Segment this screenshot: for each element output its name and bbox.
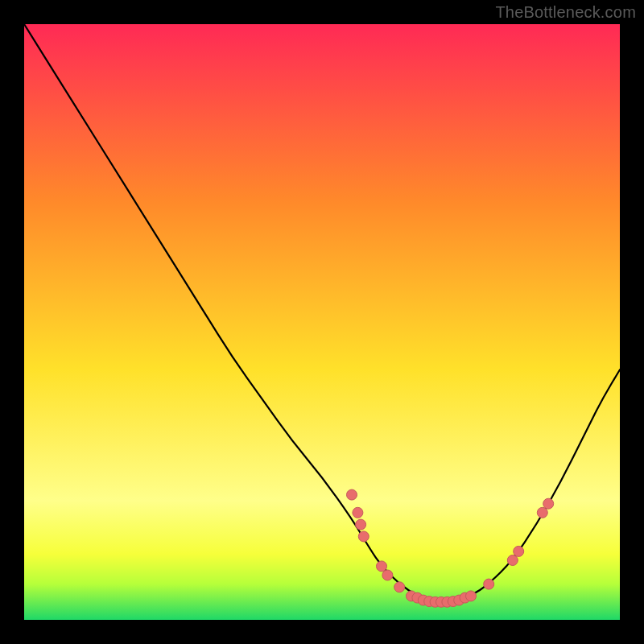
watermark-text: TheBottleneck.com [495, 3, 636, 22]
data-marker [507, 555, 518, 566]
data-marker [514, 546, 524, 556]
data-marker [358, 531, 369, 542]
gradient-background [24, 24, 620, 620]
data-marker [484, 579, 494, 589]
data-marker [394, 582, 405, 592]
data-marker [537, 507, 547, 518]
data-marker [353, 507, 363, 518]
data-marker [543, 498, 554, 509]
plot-area [24, 24, 620, 620]
data-marker [466, 591, 477, 601]
data-marker [347, 489, 357, 500]
chart-frame: TheBottleneck.com [0, 0, 644, 644]
plot-svg [24, 24, 620, 620]
data-marker [382, 570, 393, 580]
data-marker [356, 519, 366, 530]
data-marker [377, 561, 387, 572]
